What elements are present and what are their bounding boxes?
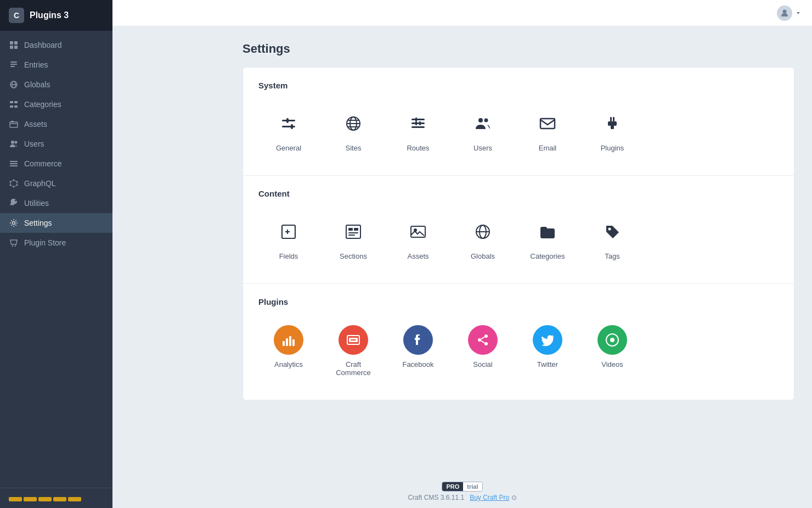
- sidebar-item-dashboard[interactable]: Dashboard: [0, 35, 112, 55]
- svg-rect-13: [14, 105, 18, 108]
- settings-sites-label: Sites: [346, 144, 362, 152]
- trial-label: trial: [463, 482, 482, 491]
- assets-icon: [9, 119, 19, 129]
- sidebar-item-label: Assets: [24, 120, 47, 129]
- settings-email[interactable]: Email: [517, 101, 578, 160]
- footer: PRO trial Craft CMS 3.6.11.1 Buy Craft P…: [112, 475, 812, 508]
- settings-categories[interactable]: Categories: [517, 209, 578, 268]
- globe-icon: [339, 109, 368, 138]
- svg-rect-34: [286, 118, 289, 123]
- user-menu[interactable]: [777, 5, 801, 21]
- svg-rect-50: [610, 117, 612, 121]
- dashboard-icon: [9, 40, 19, 50]
- footer-version: Craft CMS 3.6.11.1 Buy Craft Pro ⊙: [408, 494, 516, 501]
- analytics-icon: [274, 325, 303, 355]
- settings-assets[interactable]: Assets: [388, 209, 448, 268]
- plugin-analytics-label: Analytics: [274, 360, 303, 369]
- settings-fields[interactable]: Fields: [258, 209, 319, 268]
- plugin-analytics[interactable]: Analytics: [258, 317, 319, 384]
- plugin-social[interactable]: Social: [453, 317, 513, 384]
- buy-craft-pro-link[interactable]: Buy Craft Pro: [470, 494, 509, 501]
- plugin-twitter[interactable]: Twitter: [517, 317, 578, 384]
- svg-rect-20: [10, 165, 18, 166]
- settings-routes[interactable]: Routes: [388, 101, 448, 160]
- svg-marker-27: [10, 180, 17, 187]
- sidebar-item-plugin-store[interactable]: Plugin Store: [0, 233, 112, 253]
- svg-rect-15: [11, 121, 14, 122]
- sidebar-item-commerce[interactable]: Commerce: [0, 154, 112, 174]
- plugin-facebook[interactable]: Facebook: [388, 317, 448, 384]
- sidebar-item-utilities[interactable]: Utilities: [0, 193, 112, 213]
- settings-tags[interactable]: Tags: [582, 209, 642, 268]
- svg-rect-42: [411, 122, 425, 124]
- content-section: Content Fields Sections: [243, 176, 794, 284]
- categories-icon: [9, 99, 19, 109]
- svg-rect-57: [354, 228, 358, 231]
- sidebar-item-categories[interactable]: Categories: [0, 94, 112, 114]
- sidebar-item-label: Categories: [24, 100, 61, 109]
- sidebar: C Plugins 3 Dashboard Entries Globals: [0, 0, 112, 508]
- settings-globals[interactable]: Globals: [453, 209, 513, 268]
- svg-rect-67: [286, 338, 288, 346]
- svg-rect-3: [14, 46, 18, 49]
- sidebar-item-assets[interactable]: Assets: [0, 114, 112, 134]
- gold-segment: [38, 497, 52, 501]
- settings-users-label: Users: [473, 144, 492, 152]
- svg-rect-68: [289, 336, 291, 346]
- svg-point-30: [15, 245, 16, 247]
- svg-rect-19: [10, 163, 18, 164]
- plugin-videos-label: Videos: [601, 360, 623, 369]
- sidebar-item-globals[interactable]: Globals: [0, 75, 112, 94]
- sidebar-item-users[interactable]: Users: [0, 134, 112, 154]
- sidebar-header: C Plugins 3: [0, 0, 112, 31]
- settings-general-label: General: [276, 144, 301, 152]
- settings-icon: [9, 218, 19, 228]
- plugin-store-icon: [9, 238, 19, 248]
- settings-sections[interactable]: Sections: [323, 209, 384, 268]
- svg-rect-60: [411, 226, 425, 237]
- pro-badge: PRO trial: [442, 482, 482, 492]
- svg-rect-49: [540, 119, 555, 129]
- svg-point-17: [15, 141, 18, 144]
- svg-point-47: [478, 118, 483, 122]
- settings-sites[interactable]: Sites: [323, 101, 384, 160]
- plugin-craft-commerce[interactable]: Craft Commerce: [323, 317, 384, 384]
- svg-rect-6: [10, 66, 15, 67]
- settings-routes-label: Routes: [407, 144, 429, 152]
- svg-rect-5: [10, 64, 17, 65]
- sidebar-item-entries[interactable]: Entries: [0, 55, 112, 75]
- svg-rect-44: [415, 118, 417, 121]
- sidebar-item-label: GraphQL: [24, 179, 56, 188]
- svg-rect-41: [411, 119, 425, 120]
- craft-commerce-icon: [339, 325, 368, 355]
- svg-line-76: [481, 337, 484, 339]
- tag-icon: [597, 217, 627, 247]
- plugin-videos[interactable]: Videos: [582, 317, 642, 384]
- gold-segment: [53, 497, 66, 501]
- sidebar-item-label: Commerce: [24, 159, 61, 168]
- sidebar-item-label: Dashboard: [24, 41, 62, 49]
- settings-sections-label: Sections: [340, 252, 367, 260]
- svg-rect-72: [351, 339, 356, 340]
- svg-line-77: [481, 341, 484, 343]
- header: [112, 0, 812, 26]
- sidebar-item-graphql[interactable]: GraphQL: [0, 174, 112, 193]
- chevron-down-icon: [796, 10, 801, 16]
- sidebar-item-settings[interactable]: Settings: [0, 213, 112, 233]
- svg-point-79: [610, 338, 614, 342]
- folder-icon: [533, 217, 562, 247]
- settings-users[interactable]: Users: [453, 101, 513, 160]
- settings-plugins[interactable]: Plugins: [582, 101, 642, 160]
- settings-card: System General Sites: [243, 67, 794, 400]
- settings-general[interactable]: General: [258, 101, 319, 160]
- pro-label: PRO: [442, 482, 463, 491]
- videos-icon: [597, 325, 627, 355]
- sidebar-item-label: Settings: [24, 219, 52, 227]
- svg-rect-56: [348, 228, 353, 231]
- svg-rect-10: [10, 101, 13, 103]
- content-section-title: Content: [258, 189, 779, 198]
- twitter-icon: [533, 325, 562, 355]
- svg-rect-45: [415, 121, 417, 125]
- svg-point-31: [783, 9, 787, 13]
- main-content: Settings System General Sites: [225, 26, 812, 508]
